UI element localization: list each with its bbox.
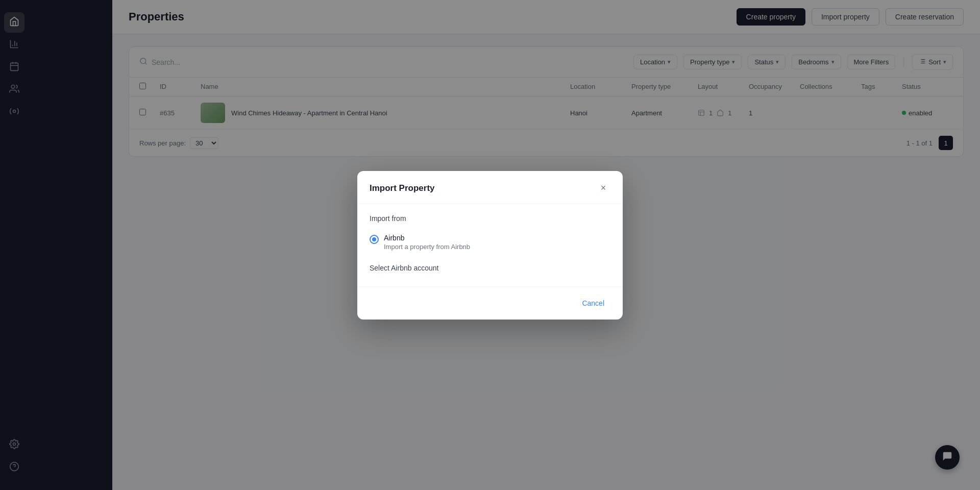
modal-overlay[interactable]: Import Property × Import from Airbnb Imp…: [0, 0, 980, 490]
modal-cancel-button[interactable]: Cancel: [576, 295, 610, 311]
modal-close-button[interactable]: ×: [596, 181, 610, 195]
modal-header: Import Property ×: [357, 171, 623, 204]
airbnb-radio-text: Airbnb Import a property from Airbnb: [384, 234, 470, 251]
select-account-label: Select Airbnb account: [370, 264, 610, 272]
import-from-label: Import from: [370, 214, 610, 223]
modal-title: Import Property: [370, 183, 435, 193]
radio-selected-indicator: [372, 237, 376, 241]
modal-footer: Cancel: [357, 286, 623, 320]
airbnb-radio-option[interactable]: Airbnb Import a property from Airbnb: [370, 229, 610, 256]
modal-body: Import from Airbnb Import a property fro…: [357, 204, 623, 286]
airbnb-radio-button[interactable]: [370, 235, 379, 244]
airbnb-label: Airbnb: [384, 234, 470, 242]
airbnb-sublabel: Import a property from Airbnb: [384, 243, 470, 251]
import-property-modal: Import Property × Import from Airbnb Imp…: [357, 171, 623, 320]
